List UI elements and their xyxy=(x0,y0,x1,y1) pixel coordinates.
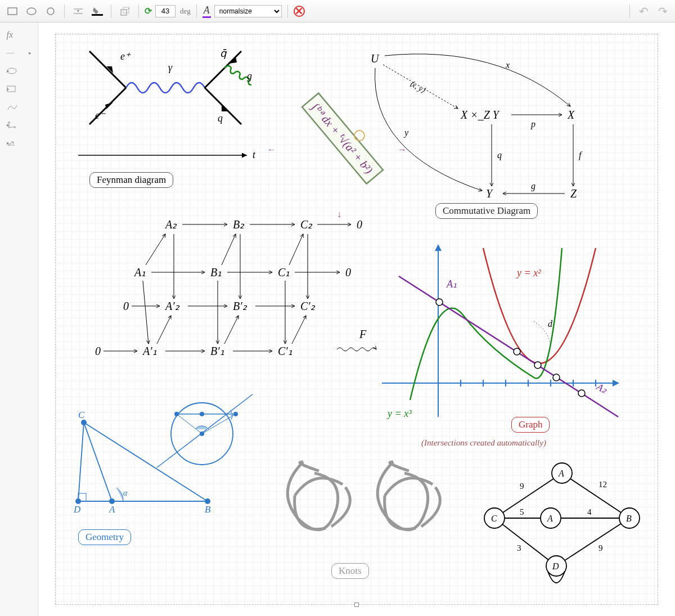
svg-marker-14 xyxy=(105,102,113,109)
geometry-figure: α C D A B xyxy=(67,383,269,529)
svg-line-75 xyxy=(146,234,165,265)
circle-tool-icon[interactable] xyxy=(43,4,58,19)
angle-input[interactable] xyxy=(155,5,176,17)
svg-text:A₁: A₁ xyxy=(446,278,457,290)
svg-line-85 xyxy=(224,316,238,344)
svg-text:⟨x, y⟩: ⟨x, y⟩ xyxy=(408,79,428,95)
svg-line-113 xyxy=(84,422,112,501)
ellipse-tool-icon[interactable] xyxy=(24,4,39,19)
svg-text:B: B xyxy=(626,514,632,523)
svg-text:C₁: C₁ xyxy=(278,266,290,278)
svg-line-76 xyxy=(222,234,236,265)
line-style-icon[interactable] xyxy=(70,4,86,19)
rect-tool[interactable]: ▸ xyxy=(3,81,35,97)
svg-text:←: ← xyxy=(267,145,276,154)
svg-text:5: 5 xyxy=(520,507,524,516)
svg-text:Z: Z xyxy=(570,187,577,200)
redo-icon[interactable]: ↷ xyxy=(655,4,670,19)
svg-text:D: D xyxy=(552,561,559,571)
svg-line-86 xyxy=(292,316,306,344)
svg-text:γ: γ xyxy=(168,62,173,73)
svg-text:C′₂: C′₂ xyxy=(300,300,316,312)
svg-text:D: D xyxy=(73,504,81,515)
text-tool-icon[interactable]: A xyxy=(202,5,211,18)
svg-rect-10 xyxy=(7,86,15,92)
side-toolbar: fx —▸ ▸ ▸ ▸ ▸ xyxy=(0,23,38,616)
ellipse-tool[interactable]: ▸ xyxy=(3,63,35,79)
svg-text:α: α xyxy=(123,489,128,497)
exact-sequence-diagram: A₂ B₂ C₂ 0 A₁ B₁ C₁ 0 0 A′₂ B′₂ C′₂ 0 A′… xyxy=(89,214,404,361)
svg-line-84 xyxy=(157,316,171,344)
svg-marker-16 xyxy=(229,57,237,64)
svg-point-100 xyxy=(534,362,541,368)
svg-point-128 xyxy=(200,412,204,416)
svg-point-102 xyxy=(578,390,585,397)
line-tool[interactable]: —▸ xyxy=(3,45,35,61)
curve-tool[interactable] xyxy=(3,99,35,115)
svg-text:3: 3 xyxy=(517,543,521,552)
svg-text:12: 12 xyxy=(598,480,607,489)
undo-icon[interactable]: ↶ xyxy=(636,4,651,19)
transform-icon[interactable] xyxy=(117,4,133,19)
svg-text:0: 0 xyxy=(95,345,101,357)
svg-rect-8 xyxy=(123,7,129,13)
resize-handle[interactable] xyxy=(354,602,359,607)
svg-text:d: d xyxy=(548,319,553,329)
svg-text:A: A xyxy=(558,469,564,478)
svg-text:X: X xyxy=(567,109,575,121)
svg-text:0: 0 xyxy=(357,218,362,231)
fill-color-icon[interactable] xyxy=(89,4,105,19)
svg-point-2 xyxy=(47,8,54,15)
svg-text:U: U xyxy=(371,52,380,65)
font-size-select[interactable]: normalsize xyxy=(214,5,282,17)
rect-tool-icon[interactable] xyxy=(4,4,20,19)
svg-text:B′₂: B′₂ xyxy=(233,300,248,312)
arrow-tool[interactable]: ▸ xyxy=(3,135,35,151)
svg-marker-5 xyxy=(77,10,79,12)
svg-text:A₂: A₂ xyxy=(164,218,177,231)
svg-text:4: 4 xyxy=(587,507,592,516)
svg-text:C: C xyxy=(491,514,497,523)
knots-label: Knots xyxy=(331,563,369,579)
svg-text:A′₁: A′₁ xyxy=(142,345,157,357)
commutative-diagram: U X ×_Z Y X Y Z x y ⟨x, y⟩ p q xyxy=(359,46,596,203)
svg-text:y = x²: y = x² xyxy=(516,267,541,278)
svg-line-77 xyxy=(289,234,303,265)
svg-text:g: g xyxy=(247,70,252,82)
svg-text:9: 9 xyxy=(520,482,524,491)
svg-point-125 xyxy=(200,431,204,436)
svg-line-134 xyxy=(556,518,629,566)
svg-rect-6 xyxy=(92,14,103,16)
svg-text:A: A xyxy=(109,504,115,515)
svg-text:B′₁: B′₁ xyxy=(210,345,224,357)
svg-text:A: A xyxy=(547,514,553,523)
svg-point-98 xyxy=(436,299,443,305)
svg-text:q: q xyxy=(218,113,223,124)
close-icon[interactable]: ✕ xyxy=(294,6,305,17)
graph-label: Graph xyxy=(511,417,550,433)
fx-tool[interactable]: fx xyxy=(3,27,35,43)
svg-point-9 xyxy=(7,68,16,74)
svg-text:X ×_Z Y: X ×_Z Y xyxy=(460,109,500,121)
svg-line-123 xyxy=(177,414,202,434)
svg-text:x: x xyxy=(505,60,510,70)
svg-point-1 xyxy=(27,8,36,15)
svg-text:C: C xyxy=(78,410,85,420)
svg-rect-0 xyxy=(8,8,17,15)
svg-text:e⁺: e⁺ xyxy=(120,51,131,62)
drawing-canvas[interactable]: e⁺ e⁻ γ q̄ q g t Feynman diagram ∫ᵇᵃ dx … xyxy=(55,34,658,605)
svg-line-124 xyxy=(202,414,236,434)
feynman-diagram: e⁺ e⁻ γ q̄ q g t xyxy=(67,40,269,164)
knots-figure xyxy=(269,439,449,552)
svg-line-81 xyxy=(143,281,148,344)
svg-point-110 xyxy=(205,498,210,504)
svg-text:q̄: q̄ xyxy=(220,48,227,59)
svg-text:0: 0 xyxy=(345,266,351,278)
svg-text:F: F xyxy=(359,328,367,340)
toolbar: ⟳ deg A normalsize ✕ ↶ ↷ xyxy=(0,0,675,23)
svg-text:q: q xyxy=(497,150,502,160)
svg-text:A′₂: A′₂ xyxy=(164,300,180,312)
svg-text:B₂: B₂ xyxy=(233,218,245,231)
svg-text:e⁻: e⁻ xyxy=(95,110,106,121)
axes-tool[interactable]: ▸ xyxy=(3,117,35,133)
